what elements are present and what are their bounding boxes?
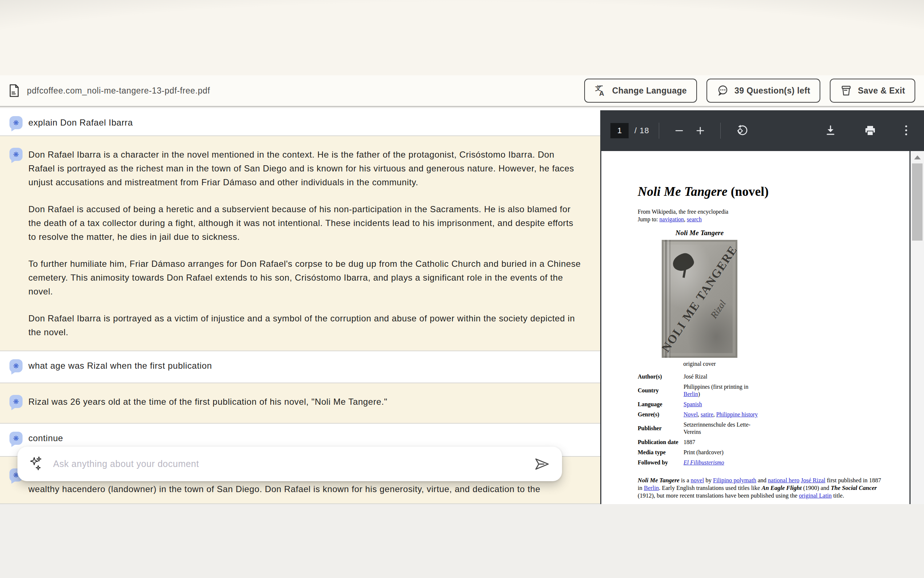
infobox-value: 1887 <box>683 437 761 447</box>
sparkle-glyph: ❋ <box>13 119 19 126</box>
pdf-scrollbar[interactable] <box>911 151 924 504</box>
sparkle-glyph: ❋ <box>13 151 19 158</box>
message-paragraph: To further humiliate him, Friar Dámaso a… <box>28 257 584 299</box>
pdf-page: Noli Me Tangere (novel) From Wikipedia, … <box>601 151 909 504</box>
app-window: pdfcoffee.com_noli-me-tangere-13-pdf-fre… <box>0 0 924 578</box>
page-count-label: / 18 <box>634 126 649 135</box>
chat-bubble-sparkle-icon: ❋ <box>10 148 23 161</box>
wiki-text: ) <box>698 391 700 397</box>
save-icon <box>840 84 852 97</box>
chat-bubble-sparkle-icon: ❋ <box>10 359 23 372</box>
wiki-link[interactable]: El Filibusterismo <box>683 459 724 466</box>
send-button[interactable] <box>533 457 550 471</box>
scroll-up-icon[interactable] <box>914 156 921 159</box>
pdf-toolbar: 1 / 18 <box>600 110 924 151</box>
file-name: pdfcoffee.com_noli-me-tangere-13-pdf-fre… <box>27 86 210 96</box>
wiki-link[interactable]: national hero <box>768 477 799 484</box>
wiki-text: Noli Me Tangere <box>638 477 680 484</box>
wiki-link[interactable]: satire <box>701 411 714 417</box>
wiki-link[interactable]: Novel <box>683 411 698 417</box>
zoom-out-button[interactable] <box>675 126 684 135</box>
scrollbar-thumb[interactable] <box>912 164 922 240</box>
message-paragraph: Don Rafael Ibarra is portrayed as a vict… <box>28 312 584 339</box>
wiki-text: Print (hardcover) <box>683 449 723 455</box>
sparkle-glyph: ❋ <box>13 362 19 369</box>
wiki-text: (1912), but more recent translations hav… <box>638 492 799 499</box>
infobox-row: CountryPhilippines (first printing in Be… <box>638 382 761 399</box>
svg-text:A: A <box>599 89 604 97</box>
message-paragraph: what age was Rizal when the first public… <box>28 359 584 372</box>
save-exit-label: Save & Exit <box>858 86 905 96</box>
wiki-jump-line: Jump to: navigation, search <box>638 216 889 223</box>
wiki-text: Philippines (first printing in <box>683 384 748 390</box>
wiki-text: José Rizal <box>683 373 707 380</box>
questions-left-button[interactable]: 39 Question(s) left <box>706 79 820 103</box>
chat-bubble-sparkle-icon: ❋ <box>10 116 23 129</box>
infobox-label: Language <box>638 399 683 409</box>
wiki-link[interactable]: Philippine history <box>716 411 758 417</box>
infobox-value: Print (hardcover) <box>683 447 761 458</box>
wiki-text: The Social Cancer <box>831 484 877 491</box>
document-icon <box>9 84 19 97</box>
save-exit-button[interactable]: Save & Exit <box>830 79 915 103</box>
wiki-link[interactable]: José Rizal <box>801 477 825 484</box>
infobox-label: Media type <box>638 447 683 458</box>
wiki-link[interactable]: Berlin <box>683 391 698 397</box>
wiki-text: by <box>704 477 713 484</box>
message-paragraph: Don Rafael Ibarra is a character in the … <box>28 148 584 189</box>
wiki-link[interactable]: original Latin <box>799 492 832 499</box>
book-cover-signature: Rizal <box>708 298 728 320</box>
wiki-infobox: Noli Me Tangere NOLI ME TANGERE Rizal or… <box>638 229 761 468</box>
message-paragraph: Rizal was 26 years old at the time of th… <box>28 395 584 409</box>
wiki-text: . Early English translations used titles… <box>659 484 761 491</box>
wiki-text: An Eagle Flight <box>762 484 802 491</box>
sparkles-icon <box>29 456 44 472</box>
print-icon[interactable] <box>864 125 876 136</box>
download-icon[interactable] <box>825 125 836 136</box>
infobox-label: Publisher <box>638 420 683 437</box>
wiki-text: is a <box>680 477 691 484</box>
chat-bubble-sparkle-icon: ❋ <box>10 395 23 408</box>
assistant-message: ❋Don Rafael Ibarra is a character in the… <box>0 135 600 351</box>
header-buttons: 文 A Change Language <box>584 79 915 103</box>
infobox-label: Country <box>638 382 683 399</box>
infobox-label: Followed by <box>638 458 683 468</box>
wiki-title-italic: Noli Me Tangere <box>638 185 728 199</box>
chat-input[interactable] <box>52 458 524 469</box>
wiki-link[interactable]: novel <box>691 477 704 484</box>
message-body: explain Don Rafael Ibarra <box>28 116 584 135</box>
wiki-text: title. <box>832 492 844 499</box>
wiki-link[interactable]: Spanish <box>683 401 702 407</box>
message-body: Don Rafael Ibarra is a character in the … <box>28 148 584 351</box>
wiki-link[interactable]: search <box>687 216 702 222</box>
translate-icon: 文 A <box>594 84 607 97</box>
wiki-text: Jump to: <box>638 216 660 222</box>
infobox-label: Publication date <box>638 437 683 447</box>
header-bar: pdfcoffee.com_noli-me-tangere-13-pdf-fre… <box>0 75 924 107</box>
infobox-row: Publication date1887 <box>638 437 761 447</box>
message-paragraph: explain Don Rafael Ibarra <box>28 116 584 129</box>
pdf-viewer-panel: 1 / 18 <box>600 110 924 504</box>
wiki-text: , <box>714 411 716 417</box>
infobox-label: Author(s) <box>638 372 683 382</box>
toolbar-divider <box>720 123 721 139</box>
wiki-link[interactable]: Berlin <box>644 484 659 491</box>
wiki-link[interactable]: Filipino polymath <box>713 477 756 484</box>
main-content: ❋explain Don Rafael Ibarra❋Don Rafael Ib… <box>0 108 924 504</box>
chat-bubble-sparkle-icon: ❋ <box>10 432 23 445</box>
chat-bubble-dots-icon <box>717 84 729 97</box>
change-language-label: Change Language <box>612 86 687 96</box>
zoom-in-button[interactable] <box>696 126 705 135</box>
wiki-text: 1887 <box>683 439 695 445</box>
assistant-message: ❋Rizal was 26 years old at the time of t… <box>0 383 600 424</box>
more-options-icon[interactable] <box>905 125 908 137</box>
wiki-text: , <box>684 216 687 222</box>
wiki-link[interactable]: navigation <box>660 216 684 222</box>
page-number-input[interactable]: 1 <box>610 123 629 138</box>
change-language-button[interactable]: 文 A Change Language <box>584 79 697 103</box>
wiki-text: and <box>756 477 768 484</box>
wiki-title-rest: (novel) <box>728 185 769 199</box>
rotate-icon[interactable] <box>736 125 748 137</box>
sparkle-glyph: ❋ <box>13 398 19 405</box>
user-message: ❋what age was Rizal when the first publi… <box>0 351 600 383</box>
